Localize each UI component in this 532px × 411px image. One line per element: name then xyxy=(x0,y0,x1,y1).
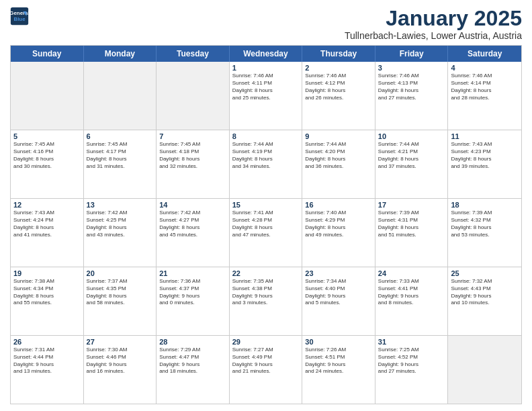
day-number: 21 xyxy=(159,269,226,277)
calendar-cell: 16Sunrise: 7:40 AM Sunset: 4:29 PM Dayli… xyxy=(302,199,375,267)
calendar-header: SundayMondayTuesdayWednesdayThursdayFrid… xyxy=(11,46,521,62)
calendar-cell: 15Sunrise: 7:41 AM Sunset: 4:28 PM Dayli… xyxy=(230,199,303,267)
day-number: 28 xyxy=(159,338,226,346)
cell-content: Sunrise: 7:29 AM Sunset: 4:47 PM Dayligh… xyxy=(159,347,226,375)
cell-content: Sunrise: 7:46 AM Sunset: 4:13 PM Dayligh… xyxy=(378,73,445,101)
cell-content: Sunrise: 7:31 AM Sunset: 4:44 PM Dayligh… xyxy=(13,347,81,375)
cell-content: Sunrise: 7:39 AM Sunset: 4:32 PM Dayligh… xyxy=(451,210,519,238)
calendar-cell: 20Sunrise: 7:37 AM Sunset: 4:35 PM Dayli… xyxy=(84,267,157,335)
cell-content: Sunrise: 7:45 AM Sunset: 4:16 PM Dayligh… xyxy=(13,141,81,170)
calendar-cell: 22Sunrise: 7:35 AM Sunset: 4:38 PM Dayli… xyxy=(230,267,303,335)
cell-content: Sunrise: 7:42 AM Sunset: 4:27 PM Dayligh… xyxy=(159,210,226,238)
day-number: 23 xyxy=(305,269,372,277)
cell-content: Sunrise: 7:45 AM Sunset: 4:17 PM Dayligh… xyxy=(87,141,154,170)
day-number: 10 xyxy=(378,132,445,140)
cell-content: Sunrise: 7:33 AM Sunset: 4:41 PM Dayligh… xyxy=(378,278,445,307)
day-of-week-header: Thursday xyxy=(302,46,375,62)
calendar-cell: 30Sunrise: 7:26 AM Sunset: 4:51 PM Dayli… xyxy=(302,336,375,404)
day-of-week-header: Monday xyxy=(84,46,157,62)
svg-text:Blue: Blue xyxy=(13,16,26,22)
cell-content: Sunrise: 7:30 AM Sunset: 4:46 PM Dayligh… xyxy=(87,347,154,375)
calendar-cell: 9Sunrise: 7:44 AM Sunset: 4:20 PM Daylig… xyxy=(302,130,375,198)
calendar-cell: 14Sunrise: 7:42 AM Sunset: 4:27 PM Dayli… xyxy=(157,199,230,267)
day-number: 29 xyxy=(232,338,300,346)
month-title: January 2025 xyxy=(345,7,522,30)
calendar-cell: 23Sunrise: 7:34 AM Sunset: 4:40 PM Dayli… xyxy=(302,267,375,335)
cell-content: Sunrise: 7:34 AM Sunset: 4:40 PM Dayligh… xyxy=(305,278,372,307)
day-number: 19 xyxy=(13,269,81,277)
calendar-cell: 21Sunrise: 7:36 AM Sunset: 4:37 PM Dayli… xyxy=(157,267,230,335)
calendar-cell: 8Sunrise: 7:44 AM Sunset: 4:19 PM Daylig… xyxy=(230,130,303,198)
cell-content: Sunrise: 7:39 AM Sunset: 4:31 PM Dayligh… xyxy=(378,210,445,238)
calendar-cell xyxy=(157,62,230,130)
day-number: 2 xyxy=(305,64,372,72)
day-number: 27 xyxy=(87,338,154,346)
day-number: 20 xyxy=(87,269,154,277)
calendar-cell: 29Sunrise: 7:27 AM Sunset: 4:49 PM Dayli… xyxy=(230,336,303,404)
day-number: 13 xyxy=(87,201,154,209)
cell-content: Sunrise: 7:46 AM Sunset: 4:12 PM Dayligh… xyxy=(305,73,372,101)
day-number: 30 xyxy=(305,338,372,346)
header-right: January 2025 Tullnerbach-Lawies, Lower A… xyxy=(345,7,522,41)
calendar-week-row: 26Sunrise: 7:31 AM Sunset: 4:44 PM Dayli… xyxy=(11,336,521,404)
calendar-body: 1Sunrise: 7:46 AM Sunset: 4:11 PM Daylig… xyxy=(11,62,521,404)
cell-content: Sunrise: 7:27 AM Sunset: 4:49 PM Dayligh… xyxy=(232,347,300,375)
day-number: 12 xyxy=(13,201,81,209)
day-number: 22 xyxy=(232,269,300,277)
calendar-cell xyxy=(84,62,157,130)
calendar-cell: 3Sunrise: 7:46 AM Sunset: 4:13 PM Daylig… xyxy=(375,62,449,130)
cell-content: Sunrise: 7:46 AM Sunset: 4:11 PM Dayligh… xyxy=(232,73,300,101)
cell-content: Sunrise: 7:43 AM Sunset: 4:24 PM Dayligh… xyxy=(13,210,81,238)
cell-content: Sunrise: 7:37 AM Sunset: 4:35 PM Dayligh… xyxy=(87,278,154,307)
calendar-cell: 25Sunrise: 7:32 AM Sunset: 4:43 PM Dayli… xyxy=(448,267,521,335)
calendar-cell: 18Sunrise: 7:39 AM Sunset: 4:32 PM Dayli… xyxy=(448,199,521,267)
day-number: 9 xyxy=(305,132,372,140)
day-of-week-header: Wednesday xyxy=(230,46,303,62)
calendar-cell: 17Sunrise: 7:39 AM Sunset: 4:31 PM Dayli… xyxy=(375,199,449,267)
day-of-week-header: Saturday xyxy=(448,46,521,62)
calendar-cell: 7Sunrise: 7:45 AM Sunset: 4:18 PM Daylig… xyxy=(157,130,230,198)
day-number: 11 xyxy=(451,132,519,140)
day-number: 3 xyxy=(378,64,445,72)
calendar-page: General Blue January 2025 Tullnerbach-La… xyxy=(0,0,532,411)
calendar-week-row: 19Sunrise: 7:38 AM Sunset: 4:34 PM Dayli… xyxy=(11,267,521,336)
day-number: 6 xyxy=(87,132,154,140)
cell-content: Sunrise: 7:41 AM Sunset: 4:28 PM Dayligh… xyxy=(232,210,300,238)
day-number: 16 xyxy=(305,201,372,209)
day-number: 7 xyxy=(159,132,226,140)
calendar-cell: 2Sunrise: 7:46 AM Sunset: 4:12 PM Daylig… xyxy=(302,62,375,130)
cell-content: Sunrise: 7:38 AM Sunset: 4:34 PM Dayligh… xyxy=(13,278,81,307)
day-of-week-header: Tuesday xyxy=(157,46,230,62)
calendar-cell: 5Sunrise: 7:45 AM Sunset: 4:16 PM Daylig… xyxy=(11,130,84,198)
day-number: 5 xyxy=(13,132,81,140)
day-number: 15 xyxy=(232,201,300,209)
calendar-cell: 12Sunrise: 7:43 AM Sunset: 4:24 PM Dayli… xyxy=(11,199,84,267)
day-of-week-header: Friday xyxy=(375,46,449,62)
calendar: SundayMondayTuesdayWednesdayThursdayFrid… xyxy=(10,45,522,404)
cell-content: Sunrise: 7:40 AM Sunset: 4:29 PM Dayligh… xyxy=(305,210,372,238)
day-of-week-header: Sunday xyxy=(11,46,84,62)
cell-content: Sunrise: 7:45 AM Sunset: 4:18 PM Dayligh… xyxy=(159,141,226,170)
calendar-cell: 13Sunrise: 7:42 AM Sunset: 4:25 PM Dayli… xyxy=(84,199,157,267)
cell-content: Sunrise: 7:44 AM Sunset: 4:21 PM Dayligh… xyxy=(378,141,445,170)
calendar-cell xyxy=(448,336,521,404)
cell-content: Sunrise: 7:46 AM Sunset: 4:14 PM Dayligh… xyxy=(451,73,519,101)
cell-content: Sunrise: 7:26 AM Sunset: 4:51 PM Dayligh… xyxy=(305,347,372,375)
calendar-week-row: 12Sunrise: 7:43 AM Sunset: 4:24 PM Dayli… xyxy=(11,199,521,267)
logo-icon: General Blue xyxy=(10,7,29,26)
cell-content: Sunrise: 7:44 AM Sunset: 4:19 PM Dayligh… xyxy=(232,141,300,170)
cell-content: Sunrise: 7:32 AM Sunset: 4:43 PM Dayligh… xyxy=(451,278,519,307)
cell-content: Sunrise: 7:42 AM Sunset: 4:25 PM Dayligh… xyxy=(87,210,154,238)
calendar-cell: 31Sunrise: 7:25 AM Sunset: 4:52 PM Dayli… xyxy=(375,336,449,404)
calendar-cell: 4Sunrise: 7:46 AM Sunset: 4:14 PM Daylig… xyxy=(448,62,521,130)
day-number: 26 xyxy=(13,338,81,346)
location-title: Tullnerbach-Lawies, Lower Austria, Austr… xyxy=(345,30,522,41)
calendar-week-row: 5Sunrise: 7:45 AM Sunset: 4:16 PM Daylig… xyxy=(11,130,521,199)
page-header: General Blue January 2025 Tullnerbach-La… xyxy=(10,7,522,41)
calendar-cell: 26Sunrise: 7:31 AM Sunset: 4:44 PM Dayli… xyxy=(11,336,84,404)
calendar-cell xyxy=(11,62,84,130)
logo: General Blue xyxy=(10,7,30,26)
cell-content: Sunrise: 7:35 AM Sunset: 4:38 PM Dayligh… xyxy=(232,278,300,307)
day-number: 1 xyxy=(232,64,300,72)
calendar-cell: 1Sunrise: 7:46 AM Sunset: 4:11 PM Daylig… xyxy=(230,62,303,130)
